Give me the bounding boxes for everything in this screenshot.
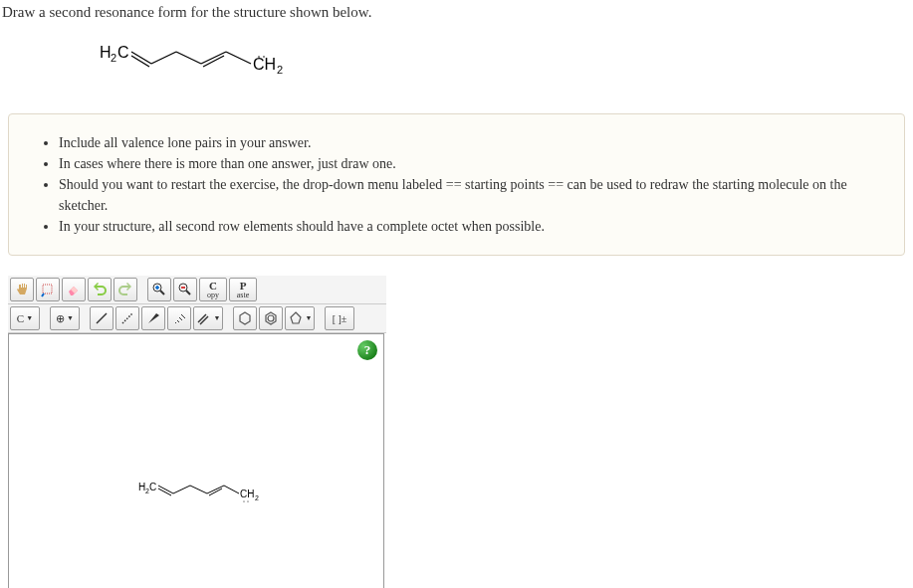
svg-line-22 (97, 313, 107, 323)
svg-line-9 (226, 52, 251, 64)
pentagon-dropdown[interactable]: ▼ (285, 306, 315, 330)
svg-line-16 (160, 291, 164, 294)
wedge-bond-button[interactable] (141, 306, 165, 330)
svg-text:C: C (117, 44, 129, 61)
toolbar-row-1: C opy P aste (8, 276, 386, 304)
dropdown-arrow-icon: ▼ (306, 314, 313, 322)
zoom-in-button[interactable] (147, 278, 171, 301)
svg-marker-30 (240, 312, 250, 324)
molecule-sketcher: C opy P aste C ▼ ⊕ ▼ (8, 276, 386, 588)
svg-line-29 (200, 316, 208, 324)
svg-line-40 (190, 486, 207, 493)
paste-label-bot: aste (237, 292, 249, 299)
benzene-button[interactable] (259, 306, 283, 330)
lasso-select-button[interactable] (36, 278, 60, 301)
svg-line-24 (175, 322, 176, 323)
single-bond-button[interactable] (90, 306, 114, 330)
svg-line-20 (186, 291, 190, 294)
copy-label-top: C (209, 281, 217, 292)
eraser-button[interactable] (62, 278, 86, 301)
instruction-item: In your structure, all second row elemen… (59, 216, 884, 237)
svg-text:CH: CH (253, 56, 276, 73)
hand-tool-button[interactable] (10, 278, 34, 301)
svg-text:H: H (100, 44, 112, 61)
instructions-box: Include all valence lone pairs in your a… (8, 113, 905, 256)
svg-line-39 (173, 486, 190, 493)
hexagon-button[interactable] (233, 306, 257, 330)
double-bond-dropdown[interactable]: ▼ (193, 306, 223, 330)
instruction-item: Should you want to restart the exercise,… (59, 174, 884, 216)
dropdown-arrow-icon: ▼ (26, 314, 33, 322)
svg-line-23 (122, 313, 132, 323)
toolbar-row-2: C ▼ ⊕ ▼ ▼ (8, 304, 386, 333)
charge-label: ⊕ (56, 312, 65, 325)
svg-line-26 (179, 317, 182, 320)
svg-line-38 (158, 489, 171, 495)
svg-line-25 (177, 320, 179, 322)
instruction-item: In cases where there is more than one an… (59, 153, 884, 174)
charge-dropdown[interactable]: ⊕ ▼ (50, 306, 80, 330)
drawing-canvas[interactable]: ? H 2 C CH 2 (8, 333, 384, 588)
copy-label-bot: opy (207, 292, 219, 299)
svg-text:CH: CH (240, 489, 254, 499)
svg-marker-33 (291, 312, 301, 323)
svg-line-27 (181, 314, 185, 318)
reference-structure: H 2 C CH 2 (0, 25, 913, 103)
svg-text:C: C (149, 482, 156, 492)
svg-rect-14 (43, 285, 52, 294)
bracket-charge-button[interactable]: [ ]± (325, 306, 354, 330)
svg-line-43 (224, 486, 239, 493)
bracket-label: [ ]± (333, 313, 347, 324)
svg-text:2: 2 (111, 52, 116, 64)
dropdown-arrow-icon: ▼ (67, 314, 74, 322)
svg-line-5 (151, 52, 176, 64)
copy-button[interactable]: C opy (199, 278, 227, 301)
svg-point-46 (243, 500, 244, 501)
zoom-out-button[interactable] (173, 278, 197, 301)
undo-button[interactable] (88, 278, 112, 301)
svg-line-6 (176, 52, 201, 64)
element-label: C (17, 312, 24, 324)
paste-button[interactable]: P aste (229, 278, 257, 301)
hash-wedge-bond-button[interactable] (167, 306, 191, 330)
question-title: Draw a second resonance form for the str… (0, 0, 913, 25)
svg-point-32 (268, 315, 274, 321)
svg-point-47 (247, 500, 248, 501)
svg-text:2: 2 (277, 64, 283, 76)
paste-label-top: P (240, 281, 247, 292)
svg-text:2: 2 (255, 494, 259, 501)
instruction-item: Include all valence lone pairs in your a… (59, 132, 884, 153)
redo-button[interactable] (114, 278, 137, 301)
element-dropdown[interactable]: C ▼ (10, 306, 40, 330)
svg-line-28 (198, 314, 206, 322)
dashed-bond-button[interactable] (115, 306, 139, 330)
dropdown-arrow-icon: ▼ (214, 314, 221, 322)
